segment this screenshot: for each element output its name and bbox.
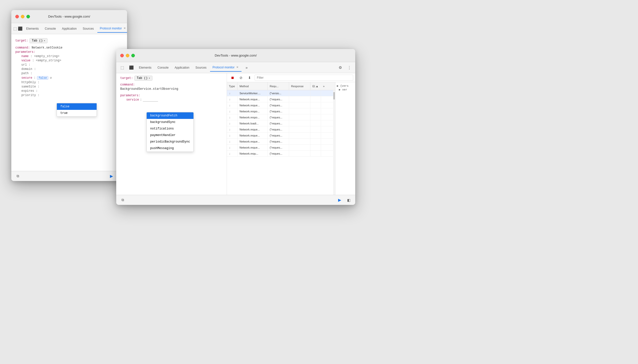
table-row-6[interactable]: ↓ Network.reque... {"reques... xyxy=(227,126,335,132)
table-row-7[interactable]: ↓ Network.reque... {"reques... xyxy=(227,132,335,139)
row10-request: {"reques... xyxy=(268,151,289,156)
dropdown-item-backgroundSync[interactable]: backgroundSync xyxy=(147,119,193,125)
row8-method: Network.reque... xyxy=(237,139,268,144)
dropdown-item-periodicBackgroundSync[interactable]: periodicBackgroundSync xyxy=(147,139,193,145)
tab-close-1[interactable]: ✕ xyxy=(123,26,126,30)
table-body-2: ↓ ServiceWorker.... {"versio... ↓ Networ… xyxy=(227,90,335,195)
minimize-button-2[interactable] xyxy=(126,54,129,57)
tab-console-2[interactable]: Console xyxy=(155,64,171,72)
row5-response xyxy=(289,120,310,126)
row3-type: ↓ xyxy=(227,108,237,114)
target-select-2[interactable]: Tab () ▾ xyxy=(134,76,152,81)
table-row-8[interactable]: ↓ Network.reque... {"reques... xyxy=(227,139,335,145)
tab-sources-2[interactable]: Sources xyxy=(193,64,209,72)
right-line-2: ▶ ver xyxy=(337,88,354,91)
secure-clear-icon[interactable]: ⊘ xyxy=(50,76,52,80)
window-body-1: ⏹ ⊘ ⬇ Type Method Requ... Response El.▲ … xyxy=(11,34,127,181)
param-samesite-1: sameSite : xyxy=(15,85,123,88)
copy-icon-2[interactable]: ⧉ xyxy=(119,197,126,204)
col-method-2: Method xyxy=(237,82,268,90)
table-row-10[interactable]: ↓ Network.requ... {"reques... xyxy=(227,151,335,157)
col-elapsed-2: El.▲ xyxy=(310,82,321,90)
table-and-right: Type Method Requ... Response El.▲ » ↓ Se… xyxy=(227,82,355,195)
table-row-0[interactable]: ↓ ServiceWorker.... {"versio... xyxy=(227,90,335,96)
cursor-icon[interactable]: ⬚ xyxy=(13,25,17,33)
main-split-2: target: Tab () ▾ command: BackgroundServ… xyxy=(116,73,355,195)
dropdown-item-paymentHandler[interactable]: paymentHandler xyxy=(147,132,193,139)
target-row-1: target: Tab () ▾ xyxy=(15,38,123,45)
row3-method: Network.respo... xyxy=(237,108,268,114)
tab-protocol-monitor-2[interactable]: Protocol monitor ✕ xyxy=(210,64,242,72)
bool-item-true[interactable]: true xyxy=(57,110,97,116)
minimize-button-1[interactable] xyxy=(21,15,24,18)
table-row-2[interactable]: ↓ Network.reque... {"reques... xyxy=(227,102,335,108)
tab-console-1[interactable]: Console xyxy=(42,25,58,33)
copy-icon-1[interactable]: ⧉ xyxy=(14,173,21,180)
row7-response xyxy=(289,132,310,138)
bool-dropdown-1[interactable]: false true xyxy=(57,103,97,117)
tab-protocol-monitor-1[interactable]: Protocol monitor ✕ xyxy=(97,25,127,33)
row4-method: Network.respo... xyxy=(237,114,268,120)
row9-request: {"reques... xyxy=(268,145,289,150)
param-path-1: path : xyxy=(15,72,123,75)
window-body-2: target: Tab () ▾ command: BackgroundServ… xyxy=(116,73,355,205)
send-button-2[interactable]: ▶ xyxy=(336,197,343,204)
maximize-button-1[interactable] xyxy=(26,15,30,18)
table-row-4[interactable]: ↓ Network.respo... {"reques... xyxy=(227,114,335,120)
more-icon-2[interactable]: ⋮ xyxy=(345,64,353,72)
close-button-1[interactable] xyxy=(15,15,19,18)
row9-elapsed xyxy=(310,145,321,150)
row10-method: Network.requ... xyxy=(237,151,268,156)
col-response-2: Response xyxy=(289,82,310,90)
record-stop-button-2[interactable]: ⏹ xyxy=(229,74,236,81)
table-row-1[interactable]: ↓ Network.reque... {"reques... xyxy=(227,96,335,102)
clear-button-2[interactable]: ⊘ xyxy=(237,74,245,81)
filter-input-2[interactable] xyxy=(255,75,353,81)
tab-toolbar-1: ⬚ ⬛ Elements Console Application Sources… xyxy=(11,23,127,34)
service-input-2[interactable] xyxy=(143,98,158,102)
sidebar-icon-2[interactable]: ◧ xyxy=(345,197,352,204)
row5-elapsed xyxy=(310,120,321,126)
target-select-1[interactable]: Tab () ▾ xyxy=(29,38,47,43)
service-label-2: service xyxy=(126,98,139,102)
tab-application-2[interactable]: Application xyxy=(172,64,192,72)
settings-icon-2[interactable]: ⚙ xyxy=(336,64,344,72)
service-dropdown-2[interactable]: backgroundFetch backgroundSync notificat… xyxy=(146,112,194,152)
tab-elements-1[interactable]: Elements xyxy=(24,25,41,33)
inspect-icon[interactable]: ⬛ xyxy=(18,25,23,33)
target-label-2: target: xyxy=(120,76,133,80)
tab-application-1[interactable]: Application xyxy=(59,25,79,33)
row2-elapsed xyxy=(310,102,321,108)
secure-false-badge[interactable]: false xyxy=(37,76,48,80)
right-area-2: ⏹ ⊘ ⬇ Type Method Requ... Response E xyxy=(227,73,355,195)
dropdown-item-notifications[interactable]: notifications xyxy=(147,125,193,132)
table-row-9[interactable]: ↓ Network.reque... {"reques... xyxy=(227,145,335,151)
right-detail-panel: ▶ {vers ▶ ver xyxy=(335,82,355,195)
send-button-1[interactable]: ▶ xyxy=(108,173,115,180)
maximize-button-2[interactable] xyxy=(131,54,135,57)
row6-request: {"reques... xyxy=(268,126,289,132)
scrollbar-thumb-2[interactable] xyxy=(333,92,335,100)
row2-request: {"reques... xyxy=(268,102,289,108)
row3-elapsed xyxy=(310,108,321,114)
more-cols-2[interactable]: » xyxy=(321,82,328,90)
close-button-2[interactable] xyxy=(120,54,124,57)
row6-method: Network.reque... xyxy=(237,126,268,132)
download-button-2[interactable]: ⬇ xyxy=(246,74,253,81)
bool-item-false[interactable]: false xyxy=(57,103,97,110)
command-line-1: command: Network.setCookie xyxy=(15,46,123,50)
tab-elements-2[interactable]: Elements xyxy=(136,64,154,72)
row1-type: ↓ xyxy=(227,96,237,102)
cursor-icon-2[interactable]: ⬚ xyxy=(118,64,126,72)
row5-type: ↓ xyxy=(227,120,237,126)
more-tabs-icon-2[interactable]: » xyxy=(243,64,251,72)
dropdown-item-backgroundFetch[interactable]: backgroundFetch xyxy=(147,112,193,119)
col-request-2: Requ... xyxy=(268,82,289,90)
inspect-icon-2[interactable]: ⬛ xyxy=(127,64,135,72)
table-row-3[interactable]: ↓ Network.respo... {"reques... xyxy=(227,108,335,114)
table-row-5[interactable]: ↓ Network.loadi... {"reques... xyxy=(227,120,335,126)
table-area-2: Type Method Requ... Response El.▲ » ↓ Se… xyxy=(227,82,335,195)
dropdown-item-pushMessaging[interactable]: pushMessaging xyxy=(147,145,193,152)
tab-sources-1[interactable]: Sources xyxy=(80,25,96,33)
tab-close-2[interactable]: ✕ xyxy=(236,65,239,69)
